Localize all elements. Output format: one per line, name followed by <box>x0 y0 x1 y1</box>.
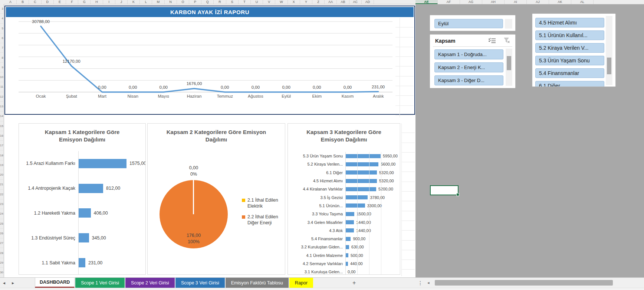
column-header-AE[interactable]: AE <box>415 0 438 4</box>
bar-row: 4.3 Atık1440,00 <box>288 227 400 235</box>
column-header-P[interactable]: P <box>189 0 201 4</box>
column-header-G[interactable]: G <box>78 0 91 4</box>
sheet-tab-rapor[interactable]: Rapor <box>289 278 313 288</box>
column-header-S[interactable]: S <box>226 0 239 4</box>
column-header-N[interactable]: N <box>165 0 177 4</box>
row-header-28[interactable]: 28 <box>0 248 3 258</box>
column-header-V[interactable]: V <box>263 0 275 4</box>
scope3-slicer-scroll-thumb[interactable] <box>607 58 611 74</box>
column-header-R[interactable]: R <box>214 0 226 4</box>
column-header-AA[interactable]: AA <box>325 0 337 4</box>
slicer-item-eyl-l[interactable]: Eylül <box>434 19 503 28</box>
next-sheet-arrow-icon[interactable]: ▸ <box>12 278 14 288</box>
column-header-O[interactable]: O <box>177 0 189 4</box>
sheet-tab-scope-2-veri-girisi[interactable]: Scope 2 Veri Girisi <box>125 278 175 288</box>
row-header-15[interactable]: 15 <box>0 121 3 131</box>
column-header-C[interactable]: C <box>29 0 41 4</box>
row-header-12[interactable]: 12 <box>0 92 3 102</box>
column-header-J[interactable]: J <box>115 0 128 4</box>
slicer-item-5-4-finansmanlar[interactable]: 5.4 Finansmanlar <box>535 68 604 78</box>
row-header-9[interactable]: 9 <box>0 63 3 72</box>
row-header-19[interactable]: 19 <box>0 160 3 170</box>
row-header-11[interactable]: 11 <box>0 82 3 92</box>
multi-select-icon[interactable] <box>488 38 496 45</box>
column-header-AC[interactable]: AC <box>349 0 362 4</box>
scope3-slicer-scrollbar[interactable] <box>606 16 612 85</box>
column-header-Q[interactable]: Q <box>201 0 214 4</box>
row-header-7[interactable]: 7 <box>0 43 3 53</box>
kapsam-slicer-scrollbar[interactable] <box>506 49 512 86</box>
horizontal-scroll-thumb[interactable] <box>435 280 613 286</box>
row-header-18[interactable]: 18 <box>0 151 3 160</box>
column-header-AG[interactable]: AG <box>460 0 482 4</box>
scroll-left-icon[interactable]: ◂ <box>427 280 430 285</box>
column-header-AK[interactable]: AK <box>549 0 571 4</box>
slicer-item-5-3-r-n-ya-am-sonu[interactable]: 5.3 Ürün Yaşam Sonu <box>535 56 604 65</box>
row-header-23[interactable]: 23 <box>0 199 3 209</box>
clear-filter-icon[interactable] <box>504 38 510 45</box>
sheet-tab-scope-1-veri-girisi[interactable]: Scope 1 Veri Girisi <box>75 278 125 288</box>
row-header-3[interactable]: 3 <box>0 4 3 14</box>
column-header-AB[interactable]: AB <box>337 0 349 4</box>
sheet-tab-emisyon-fakt-r-tablosu[interactable]: Emisyon Faktörü Tablosu <box>226 278 289 288</box>
pie-legend: 2.1 İthal Edilen Elektrik2.2 İthal Edile… <box>242 197 283 230</box>
row-header-21[interactable]: 21 <box>0 180 3 189</box>
column-header-L[interactable]: L <box>140 0 152 4</box>
sheet-tab-dashboard[interactable]: DASHBOARD <box>35 278 75 288</box>
column-header-X[interactable]: X <box>288 0 300 4</box>
row-header-13[interactable]: 13 <box>0 102 3 111</box>
row-header-27[interactable]: 27 <box>0 238 3 248</box>
row-header-20[interactable]: 20 <box>0 170 3 180</box>
row-header-6[interactable]: 6 <box>0 33 3 43</box>
column-header-D[interactable]: D <box>42 0 54 4</box>
prev-sheet-arrow-icon[interactable]: ◂ <box>3 278 5 288</box>
column-header-H[interactable]: H <box>91 0 103 4</box>
cell-fill-handle[interactable] <box>456 193 459 196</box>
column-header-AD[interactable]: AD <box>362 0 374 4</box>
slicer-item-kapsam-2-enerji-k-[interactable]: Kapsam 2 - Enerji K... <box>434 62 503 72</box>
selected-cell[interactable] <box>430 185 459 195</box>
row-header-16[interactable]: 16 <box>0 131 3 141</box>
slicer-item-5-1-r-n-n-kullan-l-[interactable]: 5.1 Ürünün Kullanıl... <box>535 30 604 40</box>
bar-rows: 5.3 Ürün Yaşam Sonu5950,005.2 Kiraya Ver… <box>288 152 400 275</box>
column-header-Z[interactable]: Z <box>312 0 325 4</box>
kapsam-slicer-scroll-thumb[interactable] <box>507 56 511 70</box>
row-header-8[interactable]: 8 <box>0 53 3 63</box>
column-header-AF[interactable]: AF <box>438 0 460 4</box>
column-header-AI[interactable]: AI <box>505 0 527 4</box>
column-header-I[interactable]: I <box>103 0 115 4</box>
column-header-B[interactable]: B <box>17 0 29 4</box>
add-sheet-button[interactable]: + <box>349 278 359 288</box>
row-header-26[interactable]: 26 <box>0 229 3 238</box>
column-header-E[interactable]: E <box>54 0 66 4</box>
row-header-14[interactable]: 14 <box>0 111 3 121</box>
slicer-item-6-1-di-er[interactable]: 6.1 Diğer <box>535 81 604 87</box>
slicer-item-kapsam-3-di-er-d-[interactable]: Kapsam 3 - Diğer D... <box>434 75 503 85</box>
row-header-17[interactable]: 17 <box>0 141 3 150</box>
slicer-item-5-2-kiraya-verilen-v-[interactable]: 5.2 Kiraya Verilen V... <box>535 43 604 53</box>
slicer-item-kapsam-1-do-ruda-[interactable]: Kapsam 1 - Doğruda... <box>434 49 503 59</box>
slicer-item-4-5-hizmet-al-m-[interactable]: 4.5 Hizmet Alımı <box>535 18 604 27</box>
column-header-F[interactable]: F <box>66 0 78 4</box>
row-header-4[interactable]: 4 <box>0 14 3 23</box>
row-header-24[interactable]: 24 <box>0 209 3 219</box>
row-header-25[interactable]: 25 <box>0 219 3 229</box>
month-slicer-scrollbar[interactable] <box>505 19 512 29</box>
column-header-AH[interactable]: AH <box>482 0 505 4</box>
column-header-M[interactable]: M <box>152 0 164 4</box>
more-sheets-icon[interactable]: ⋮ <box>418 278 423 288</box>
column-header-A[interactable]: A <box>4 0 17 4</box>
row-header-30[interactable]: 30 <box>0 268 3 277</box>
row-header-29[interactable]: 29 <box>0 258 3 268</box>
column-header-AL[interactable]: AL <box>571 0 594 4</box>
row-header-10[interactable]: 10 <box>0 72 3 82</box>
row-header-5[interactable]: 5 <box>0 24 3 33</box>
column-header-W[interactable]: W <box>275 0 288 4</box>
column-header-K[interactable]: K <box>128 0 140 4</box>
column-header-T[interactable]: T <box>239 0 251 4</box>
column-header-Y[interactable]: Y <box>300 0 312 4</box>
row-header-22[interactable]: 22 <box>0 190 3 199</box>
sheet-tab-scope-3-veri-girisi[interactable]: Scope 3 Veri Girisi <box>175 278 225 288</box>
column-header-U[interactable]: U <box>251 0 263 4</box>
column-header-AJ[interactable]: AJ <box>527 0 549 4</box>
